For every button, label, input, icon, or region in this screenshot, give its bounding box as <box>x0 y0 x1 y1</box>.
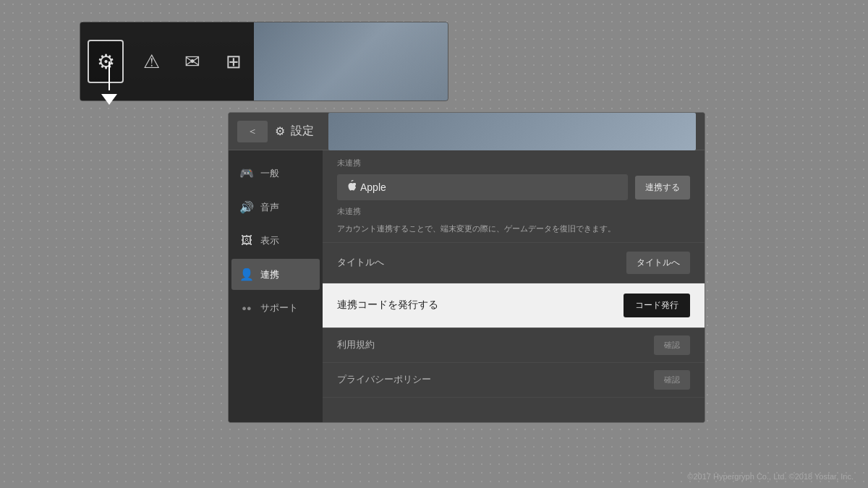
mail-icon[interactable]: ✉ <box>179 46 206 77</box>
arrow-indicator <box>94 61 130 105</box>
sidebar-label-support: サポート <box>260 301 298 314</box>
unlinked-label-2: 未連携 <box>337 206 690 217</box>
sidebar-item-support[interactable]: ●● サポート <box>231 293 320 323</box>
calendar-icon[interactable]: ⊞ <box>221 46 247 77</box>
account-row: Apple 連携する <box>337 174 690 200</box>
sidebar-item-display[interactable]: 🖼 表示 <box>231 226 320 256</box>
settings-body: 🎮 一般 🔊 音声 🖼 表示 👤 連携 ●● サポート <box>229 150 705 422</box>
gamepad-icon: 🎮 <box>239 166 255 180</box>
settings-content: 未連携 Apple 連携する 未連携 アカウント連携することで、端末変更の際に、… <box>323 150 705 422</box>
title-button[interactable]: タイトルへ <box>626 252 690 274</box>
user-icon: 👤 <box>239 267 255 281</box>
back-button[interactable]: ＜ <box>237 121 268 142</box>
settings-header: ＜ ⚙ 設定 <box>229 113 705 150</box>
sidebar-item-general[interactable]: 🎮 一般 <box>231 158 320 189</box>
settings-panel: ＜ ⚙ 設定 🎮 一般 🔊 音声 🖼 表示 👤 連携 <box>228 112 705 423</box>
apple-label: Apple <box>360 181 386 193</box>
settings-sidebar: 🎮 一般 🔊 音声 🖼 表示 👤 連携 ●● サポート <box>229 150 323 422</box>
sidebar-label-account: 連携 <box>260 268 279 281</box>
copyright-text: ©2017 Hypergryph Co., Ltd. ©2018 Yostar,… <box>687 472 854 481</box>
sidebar-label-display: 表示 <box>260 234 279 247</box>
terms-button[interactable]: 確認 <box>654 335 690 355</box>
connect-button[interactable]: 連携する <box>635 176 690 200</box>
sidebar-item-account[interactable]: 👤 連携 <box>231 259 320 290</box>
unlinked-label-1: 未連携 <box>337 158 690 168</box>
topbar-background <box>254 22 448 100</box>
terms-row: 利用規約 確認 <box>323 328 705 363</box>
apple-logo-icon <box>346 180 356 194</box>
apple-section: 未連携 Apple 連携する 未連携 アカウント連携することで、端末変更の際に、… <box>323 150 705 243</box>
alert-icon[interactable]: ⚠ <box>138 46 165 77</box>
settings-title-label: 設定 <box>291 124 314 139</box>
terms-label: 利用規約 <box>337 338 375 351</box>
speaker-icon: 🔊 <box>239 200 255 214</box>
support-icon: ●● <box>239 304 255 312</box>
code-row: 連携コードを発行する コード発行 <box>323 283 705 328</box>
privacy-row: プライバシーポリシー 確認 <box>323 363 705 398</box>
code-section-label: 連携コードを発行する <box>337 299 438 312</box>
code-issue-button[interactable]: コード発行 <box>624 294 690 317</box>
display-icon: 🖼 <box>239 234 255 247</box>
connect-info: アカウント連携することで、端末変更の際に、ゲームデータを復旧できます。 <box>337 223 690 235</box>
settings-header-bg <box>328 113 696 150</box>
title-row: タイトルへ タイトルへ <box>323 243 705 283</box>
sidebar-label-general: 一般 <box>260 167 279 180</box>
settings-gear-icon: ⚙ <box>275 124 285 138</box>
topbar-container: ⚙ ⚠ ✉ ⊞ <box>80 22 448 101</box>
privacy-button[interactable]: 確認 <box>654 370 690 390</box>
settings-title-area: ⚙ 設定 <box>275 124 314 139</box>
title-section-label: タイトルへ <box>337 256 384 269</box>
privacy-label: プライバシーポリシー <box>337 373 431 386</box>
account-name-field: Apple <box>337 174 628 200</box>
sidebar-item-audio[interactable]: 🔊 音声 <box>231 192 320 223</box>
sidebar-label-audio: 音声 <box>260 201 279 214</box>
